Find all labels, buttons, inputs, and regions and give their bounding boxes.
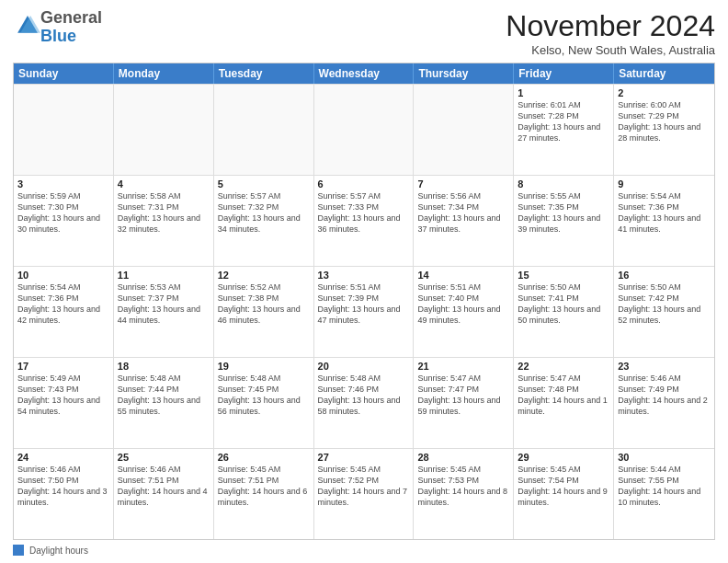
table-row: 17Sunrise: 5:49 AMSunset: 7:43 PMDayligh…	[14, 358, 114, 448]
sunrise-text: Sunrise: 5:49 AM	[17, 373, 109, 384]
logo-icon	[15, 13, 40, 39]
table-row: 8Sunrise: 5:55 AMSunset: 7:35 PMDaylight…	[514, 176, 614, 266]
sunset-text: Sunset: 7:38 PM	[218, 293, 310, 304]
daylight-text: Daylight: 13 hours and 42 minutes.	[17, 304, 109, 326]
table-row: 28Sunrise: 5:45 AMSunset: 7:53 PMDayligh…	[414, 449, 514, 539]
sunset-text: Sunset: 7:29 PM	[618, 110, 711, 121]
sunset-text: Sunset: 7:47 PM	[417, 384, 509, 395]
table-row: 11Sunrise: 5:53 AMSunset: 7:37 PMDayligh…	[114, 267, 214, 357]
sunset-text: Sunset: 7:39 PM	[318, 293, 410, 304]
sunrise-text: Sunrise: 5:56 AM	[417, 190, 509, 201]
header-day-friday: Friday	[514, 63, 614, 84]
table-row: 5Sunrise: 5:57 AMSunset: 7:32 PMDaylight…	[214, 176, 314, 266]
day-number: 28	[417, 452, 509, 463]
day-number: 2	[618, 87, 711, 98]
daylight-text: Daylight: 13 hours and 46 minutes.	[218, 304, 310, 326]
table-row: 26Sunrise: 5:45 AMSunset: 7:51 PMDayligh…	[214, 449, 314, 539]
sunset-text: Sunset: 7:36 PM	[618, 201, 711, 213]
daylight-text: Daylight: 14 hours and 4 minutes.	[118, 486, 210, 508]
sunset-text: Sunset: 7:54 PM	[518, 475, 609, 486]
calendar-header: SundayMondayTuesdayWednesdayThursdayFrid…	[14, 63, 714, 84]
week-row-4: 17Sunrise: 5:49 AMSunset: 7:43 PMDayligh…	[14, 357, 714, 448]
table-row: 3Sunrise: 5:59 AMSunset: 7:30 PMDaylight…	[14, 176, 114, 266]
logo-blue-text: Blue	[40, 27, 76, 45]
table-row	[314, 85, 415, 175]
day-number: 15	[518, 270, 609, 281]
sunset-text: Sunset: 7:35 PM	[518, 201, 609, 213]
table-row: 7Sunrise: 5:56 AMSunset: 7:34 PMDaylight…	[414, 176, 514, 266]
sunrise-text: Sunrise: 5:46 AM	[118, 464, 210, 475]
daylight-text: Daylight: 14 hours and 9 minutes.	[518, 486, 609, 508]
day-number: 26	[218, 452, 310, 463]
day-number: 18	[118, 361, 210, 372]
daylight-text: Daylight: 13 hours and 44 minutes.	[118, 304, 210, 326]
sunset-text: Sunset: 7:36 PM	[17, 293, 109, 304]
daylight-text: Daylight: 13 hours and 54 minutes.	[17, 395, 109, 417]
table-row: 4Sunrise: 5:58 AMSunset: 7:31 PMDaylight…	[114, 176, 214, 266]
month-title: November 2024	[506, 9, 715, 43]
daylight-text: Daylight: 13 hours and 47 minutes.	[318, 304, 410, 326]
title-block: November 2024 Kelso, New South Wales, Au…	[506, 9, 715, 57]
header-day-sunday: Sunday	[14, 63, 114, 84]
table-row	[214, 85, 314, 175]
day-number: 9	[618, 178, 711, 190]
table-row	[14, 85, 114, 175]
table-row: 2Sunrise: 6:00 AMSunset: 7:29 PMDaylight…	[614, 85, 714, 175]
daylight-text: Daylight: 13 hours and 49 minutes.	[417, 304, 509, 326]
daylight-text: Daylight: 13 hours and 59 minutes.	[417, 395, 509, 417]
table-row: 14Sunrise: 5:51 AMSunset: 7:40 PMDayligh…	[414, 267, 514, 357]
table-row	[414, 85, 514, 175]
table-row: 22Sunrise: 5:47 AMSunset: 7:48 PMDayligh…	[514, 358, 614, 448]
sunset-text: Sunset: 7:51 PM	[118, 475, 210, 486]
sunrise-text: Sunrise: 5:45 AM	[417, 464, 509, 475]
daylight-text: Daylight: 14 hours and 7 minutes.	[318, 486, 410, 508]
sunset-text: Sunset: 7:30 PM	[17, 201, 109, 213]
table-row: 13Sunrise: 5:51 AMSunset: 7:39 PMDayligh…	[314, 267, 415, 357]
sunset-text: Sunset: 7:33 PM	[318, 201, 410, 213]
day-number: 24	[17, 452, 109, 463]
table-row: 27Sunrise: 5:45 AMSunset: 7:52 PMDayligh…	[314, 449, 415, 539]
day-number: 19	[218, 361, 310, 372]
header-day-tuesday: Tuesday	[214, 63, 314, 84]
sunrise-text: Sunrise: 5:57 AM	[218, 190, 310, 201]
header-day-monday: Monday	[114, 63, 214, 84]
day-number: 17	[17, 361, 109, 372]
table-row: 12Sunrise: 5:52 AMSunset: 7:38 PMDayligh…	[214, 267, 314, 357]
daylight-text: Daylight: 14 hours and 1 minute.	[518, 395, 609, 417]
sunrise-text: Sunrise: 5:51 AM	[417, 282, 509, 293]
day-number: 10	[17, 270, 109, 281]
sunset-text: Sunset: 7:34 PM	[417, 201, 509, 213]
daylight-text: Daylight: 14 hours and 3 minutes.	[17, 486, 109, 508]
daylight-text: Daylight: 13 hours and 58 minutes.	[318, 395, 410, 417]
sunrise-text: Sunrise: 5:48 AM	[318, 373, 410, 384]
daylight-text: Daylight: 13 hours and 50 minutes.	[518, 304, 609, 326]
sunrise-text: Sunrise: 5:59 AM	[17, 190, 109, 201]
header-day-wednesday: Wednesday	[314, 63, 415, 84]
table-row	[114, 85, 214, 175]
table-row: 9Sunrise: 5:54 AMSunset: 7:36 PMDaylight…	[614, 176, 714, 266]
sunrise-text: Sunrise: 5:50 AM	[618, 282, 711, 293]
daylight-text: Daylight: 13 hours and 27 minutes.	[518, 121, 609, 144]
header: General Blue November 2024 Kelso, New So…	[13, 9, 715, 57]
sunrise-text: Sunrise: 5:55 AM	[518, 190, 609, 201]
logo: General Blue	[13, 9, 102, 46]
day-number: 21	[417, 361, 509, 372]
sunset-text: Sunset: 7:50 PM	[17, 475, 109, 486]
logo-general-text: General	[40, 8, 102, 27]
table-row: 23Sunrise: 5:46 AMSunset: 7:49 PMDayligh…	[614, 358, 714, 448]
sunrise-text: Sunrise: 6:00 AM	[618, 99, 711, 110]
table-row: 30Sunrise: 5:44 AMSunset: 7:55 PMDayligh…	[614, 449, 714, 539]
sunset-text: Sunset: 7:41 PM	[518, 293, 609, 304]
sunrise-text: Sunrise: 5:44 AM	[618, 464, 711, 475]
day-number: 12	[218, 270, 310, 281]
sunset-text: Sunset: 7:51 PM	[218, 475, 310, 486]
sunrise-text: Sunrise: 5:45 AM	[518, 464, 609, 475]
day-number: 3	[17, 178, 109, 190]
sunrise-text: Sunrise: 5:45 AM	[318, 464, 410, 475]
daylight-text: Daylight: 14 hours and 10 minutes.	[618, 486, 711, 508]
sunrise-text: Sunrise: 5:45 AM	[218, 464, 310, 475]
sunrise-text: Sunrise: 5:51 AM	[318, 282, 410, 293]
sunset-text: Sunset: 7:55 PM	[618, 475, 711, 486]
table-row: 21Sunrise: 5:47 AMSunset: 7:47 PMDayligh…	[414, 358, 514, 448]
table-row: 15Sunrise: 5:50 AMSunset: 7:41 PMDayligh…	[514, 267, 614, 357]
